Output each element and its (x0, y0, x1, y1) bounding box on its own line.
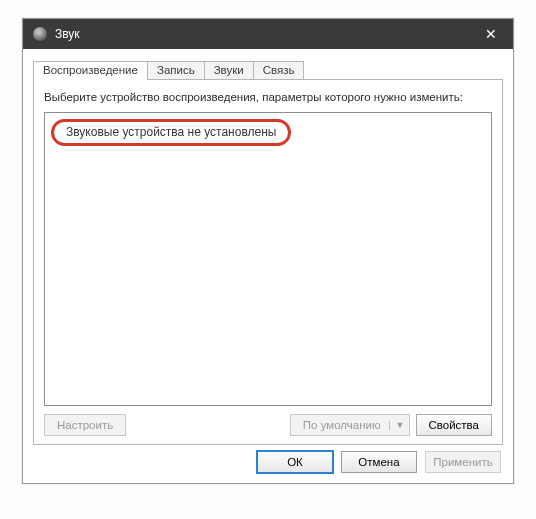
tab-playback[interactable]: Воспроизведение (33, 61, 148, 80)
no-devices-message: Звуковые устройства не установлены (51, 119, 291, 146)
ok-button[interactable]: ОК (257, 451, 333, 473)
client-area: Воспроизведение Запись Звуки Связь Выбер… (23, 49, 513, 455)
close-icon: ✕ (485, 26, 497, 42)
titlebar[interactable]: Звук ✕ (23, 19, 513, 49)
tab-label: Звуки (214, 64, 244, 76)
tab-communications[interactable]: Связь (253, 61, 305, 79)
sound-dialog: Звук ✕ Воспроизведение Запись Звуки Связ… (22, 18, 514, 484)
dialog-buttons: ОК Отмена Применить (257, 451, 501, 473)
button-label: ОК (287, 456, 303, 468)
chevron-down-icon: ▼ (389, 421, 405, 430)
titlebar-left: Звук (33, 27, 80, 41)
button-label: Свойства (429, 419, 480, 431)
speaker-icon (33, 27, 47, 41)
button-label: Настроить (57, 419, 113, 431)
tab-label: Запись (157, 64, 195, 76)
tab-label: Воспроизведение (43, 64, 138, 76)
panel-buttons: Настроить По умолчанию ▼ Свойства (44, 414, 492, 436)
tab-panel-playback: Выберите устройство воспроизведения, пар… (33, 79, 503, 445)
button-label: Применить (433, 456, 492, 468)
close-button[interactable]: ✕ (469, 19, 513, 49)
device-list-wrap: Звуковые устройства не установлены (44, 112, 492, 406)
tab-label: Связь (263, 64, 295, 76)
tab-sounds[interactable]: Звуки (204, 61, 254, 79)
tabstrip: Воспроизведение Запись Звуки Связь (33, 57, 503, 79)
window-title: Звук (55, 27, 80, 41)
button-label: Отмена (358, 456, 399, 468)
configure-button: Настроить (44, 414, 126, 436)
set-default-button: По умолчанию ▼ (290, 414, 410, 436)
cancel-button[interactable]: Отмена (341, 451, 417, 473)
device-list[interactable]: Звуковые устройства не установлены (44, 112, 492, 406)
instruction-text: Выберите устройство воспроизведения, пар… (44, 90, 492, 106)
apply-button: Применить (425, 451, 501, 473)
tab-recording[interactable]: Запись (147, 61, 205, 79)
properties-button[interactable]: Свойства (416, 414, 493, 436)
button-label: По умолчанию (303, 419, 381, 431)
